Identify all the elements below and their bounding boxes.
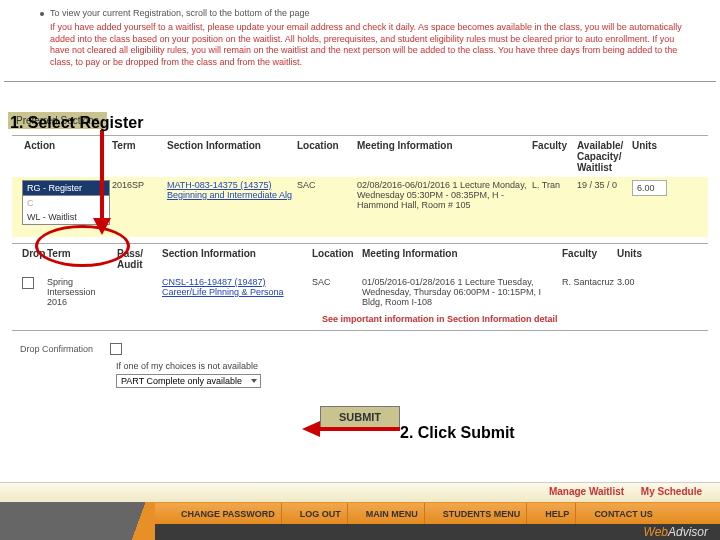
faculty-cell: L. Tran xyxy=(532,180,577,190)
term-cell2: Spring Intersession 2016 xyxy=(47,277,117,307)
webadvisor-logo: WebAdvisor xyxy=(644,525,708,539)
meeting-cell2: 01/05/2016-01/28/2016 1 Lecture Tuesday,… xyxy=(362,277,562,307)
nav-bar: CHANGE PASSWORD LOG OUT MAIN MENU STUDEN… xyxy=(155,502,720,524)
divider xyxy=(4,81,716,82)
nav-help[interactable]: HELP xyxy=(539,503,576,525)
location-cell: SAC xyxy=(297,180,357,190)
col-avail: Available/ Capacity/ Waitlist xyxy=(577,140,632,173)
drop-confirmation-checkbox[interactable] xyxy=(110,343,122,355)
intro-bullet: To view your current Registration, scrol… xyxy=(40,8,690,18)
col-faculty: Faculty xyxy=(532,140,577,173)
callout-arrow-1-icon xyxy=(90,130,120,240)
col-term: Term xyxy=(112,140,167,173)
bullet-icon xyxy=(40,12,44,16)
nav-main-menu[interactable]: MAIN MENU xyxy=(360,503,425,525)
footer-bar: Manage Waitlist My Schedule xyxy=(0,482,720,502)
callout-step1: 1. Select Register xyxy=(10,114,143,132)
my-schedule-link[interactable]: My Schedule xyxy=(641,486,702,497)
nav-contact[interactable]: CONTACT US xyxy=(588,503,658,525)
drop-confirmation-row: Drop Confirmation xyxy=(20,343,708,355)
units-input[interactable]: 6.00 xyxy=(632,180,667,196)
col-meeting2: Meeting Information xyxy=(362,248,562,270)
units-cell2: 3.00 xyxy=(617,277,652,287)
nav-change-password[interactable]: CHANGE PASSWORD xyxy=(175,503,282,525)
avail-cell: 19 / 35 / 0 xyxy=(577,180,632,190)
intro-text: To view your current Registration, scrol… xyxy=(50,8,310,18)
waitlist-notice: If you have added yourself to a waitlist… xyxy=(50,22,690,69)
units-cell: 6.00 xyxy=(632,180,672,196)
footer-links: Manage Waitlist My Schedule xyxy=(535,486,702,497)
bottom-nav: CHANGE PASSWORD LOG OUT MAIN MENU STUDEN… xyxy=(0,502,720,540)
section-cell: MATH-083-14375 (14375) Beginning and Int… xyxy=(167,180,297,200)
col-faculty2: Faculty xyxy=(562,248,617,270)
col-location: Location xyxy=(297,140,357,173)
section-link[interactable]: MATH-083-14375 (14375) xyxy=(167,180,297,190)
important-note: See important information in Section Inf… xyxy=(12,310,708,331)
drop-cell xyxy=(12,277,47,289)
callout-arrow-2-icon xyxy=(300,418,400,440)
callout-circle-icon xyxy=(35,225,130,267)
table-row: Spring Intersession 2016 CNSL-116-19487 … xyxy=(12,274,708,310)
logo-advisor: Advisor xyxy=(668,525,708,539)
nav-logout[interactable]: LOG OUT xyxy=(294,503,348,525)
meeting-cell: 02/08/2016-06/01/2016 1 Lecture Monday, … xyxy=(357,180,532,210)
partial-select[interactable]: PART Complete only available xyxy=(116,374,261,388)
svg-marker-3 xyxy=(302,421,320,437)
drop-checkbox[interactable] xyxy=(22,277,34,289)
location-cell2: SAC xyxy=(312,277,362,287)
faculty-cell2: R. Santacruz xyxy=(562,277,617,287)
col-section: Section Information xyxy=(167,140,297,173)
logo-web: Web xyxy=(644,525,668,539)
manage-waitlist-link[interactable]: Manage Waitlist xyxy=(549,486,624,497)
col-units2: Units xyxy=(617,248,652,270)
partial-section: If one of my choices is not available PA… xyxy=(116,361,708,388)
callout-step2: 2. Click Submit xyxy=(400,424,515,442)
section-link-2[interactable]: Beginning and Intermediate Alg xyxy=(167,190,297,200)
partial-select-value: PART Complete only available xyxy=(121,376,242,386)
drop-confirmation-label: Drop Confirmation xyxy=(20,344,110,354)
partial-label: If one of my choices is not available xyxy=(116,361,708,371)
term-cell: 2016SP xyxy=(112,180,167,190)
nav-bottom-strip: WebAdvisor xyxy=(155,524,720,540)
intro-area: To view your current Registration, scrol… xyxy=(0,0,720,73)
col-meeting: Meeting Information xyxy=(357,140,532,173)
col-units: Units xyxy=(632,140,672,173)
nav-students-menu[interactable]: STUDENTS MENU xyxy=(437,503,528,525)
section-link2[interactable]: CNSL-116-19487 (19487) Career/Life Plnni… xyxy=(162,277,312,297)
col-location2: Location xyxy=(312,248,362,270)
col-section2: Section Information xyxy=(162,248,312,270)
